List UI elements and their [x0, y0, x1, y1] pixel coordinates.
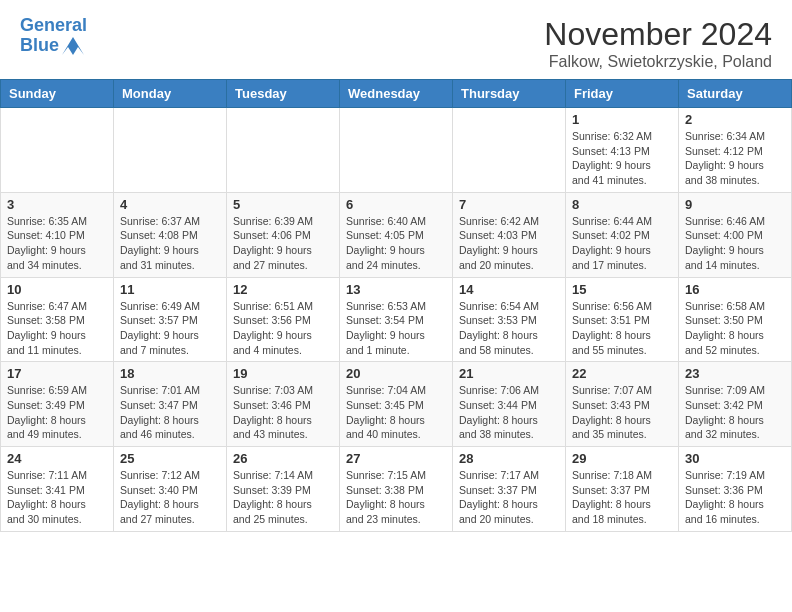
logo-text: General Blue — [20, 16, 87, 56]
day-info: Sunrise: 6:46 AMSunset: 4:00 PMDaylight:… — [685, 214, 785, 273]
calendar-cell: 29Sunrise: 7:18 AMSunset: 3:37 PMDayligh… — [566, 447, 679, 532]
title-block: November 2024 Falkow, Swietokrzyskie, Po… — [544, 16, 772, 71]
day-info: Sunrise: 6:54 AMSunset: 3:53 PMDaylight:… — [459, 299, 559, 358]
day-number: 20 — [346, 366, 446, 381]
col-wednesday: Wednesday — [340, 80, 453, 108]
col-saturday: Saturday — [679, 80, 792, 108]
day-number: 22 — [572, 366, 672, 381]
day-number: 24 — [7, 451, 107, 466]
calendar-cell: 24Sunrise: 7:11 AMSunset: 3:41 PMDayligh… — [1, 447, 114, 532]
day-info: Sunrise: 7:15 AMSunset: 3:38 PMDaylight:… — [346, 468, 446, 527]
day-number: 19 — [233, 366, 333, 381]
col-sunday: Sunday — [1, 80, 114, 108]
calendar-cell: 30Sunrise: 7:19 AMSunset: 3:36 PMDayligh… — [679, 447, 792, 532]
calendar-week-row: 17Sunrise: 6:59 AMSunset: 3:49 PMDayligh… — [1, 362, 792, 447]
day-number: 27 — [346, 451, 446, 466]
calendar-cell: 25Sunrise: 7:12 AMSunset: 3:40 PMDayligh… — [114, 447, 227, 532]
svg-marker-0 — [62, 37, 84, 55]
calendar-week-row: 1Sunrise: 6:32 AMSunset: 4:13 PMDaylight… — [1, 108, 792, 193]
location-subtitle: Falkow, Swietokrzyskie, Poland — [544, 53, 772, 71]
day-number: 10 — [7, 282, 107, 297]
day-info: Sunrise: 6:39 AMSunset: 4:06 PMDaylight:… — [233, 214, 333, 273]
day-info: Sunrise: 7:12 AMSunset: 3:40 PMDaylight:… — [120, 468, 220, 527]
calendar-week-row: 3Sunrise: 6:35 AMSunset: 4:10 PMDaylight… — [1, 192, 792, 277]
day-number: 26 — [233, 451, 333, 466]
day-number: 18 — [120, 366, 220, 381]
day-number: 1 — [572, 112, 672, 127]
calendar-cell: 23Sunrise: 7:09 AMSunset: 3:42 PMDayligh… — [679, 362, 792, 447]
calendar-cell: 16Sunrise: 6:58 AMSunset: 3:50 PMDayligh… — [679, 277, 792, 362]
day-number: 6 — [346, 197, 446, 212]
day-number: 7 — [459, 197, 559, 212]
day-number: 28 — [459, 451, 559, 466]
day-info: Sunrise: 6:47 AMSunset: 3:58 PMDaylight:… — [7, 299, 107, 358]
day-info: Sunrise: 7:17 AMSunset: 3:37 PMDaylight:… — [459, 468, 559, 527]
logo: General Blue — [20, 16, 87, 56]
calendar-cell — [114, 108, 227, 193]
day-number: 9 — [685, 197, 785, 212]
col-friday: Friday — [566, 80, 679, 108]
calendar-cell — [453, 108, 566, 193]
calendar-cell: 22Sunrise: 7:07 AMSunset: 3:43 PMDayligh… — [566, 362, 679, 447]
day-number: 5 — [233, 197, 333, 212]
day-number: 3 — [7, 197, 107, 212]
day-info: Sunrise: 6:58 AMSunset: 3:50 PMDaylight:… — [685, 299, 785, 358]
calendar-cell: 6Sunrise: 6:40 AMSunset: 4:05 PMDaylight… — [340, 192, 453, 277]
logo-general: General — [20, 15, 87, 35]
day-info: Sunrise: 7:14 AMSunset: 3:39 PMDaylight:… — [233, 468, 333, 527]
day-info: Sunrise: 7:06 AMSunset: 3:44 PMDaylight:… — [459, 383, 559, 442]
day-info: Sunrise: 6:32 AMSunset: 4:13 PMDaylight:… — [572, 129, 672, 188]
day-info: Sunrise: 7:07 AMSunset: 3:43 PMDaylight:… — [572, 383, 672, 442]
calendar-cell: 10Sunrise: 6:47 AMSunset: 3:58 PMDayligh… — [1, 277, 114, 362]
calendar-cell: 11Sunrise: 6:49 AMSunset: 3:57 PMDayligh… — [114, 277, 227, 362]
day-number: 2 — [685, 112, 785, 127]
day-info: Sunrise: 6:51 AMSunset: 3:56 PMDaylight:… — [233, 299, 333, 358]
page-header: General Blue November 2024 Falkow, Swiet… — [0, 0, 792, 79]
day-info: Sunrise: 7:04 AMSunset: 3:45 PMDaylight:… — [346, 383, 446, 442]
day-info: Sunrise: 6:34 AMSunset: 4:12 PMDaylight:… — [685, 129, 785, 188]
calendar-cell: 20Sunrise: 7:04 AMSunset: 3:45 PMDayligh… — [340, 362, 453, 447]
day-info: Sunrise: 6:49 AMSunset: 3:57 PMDaylight:… — [120, 299, 220, 358]
calendar-cell: 13Sunrise: 6:53 AMSunset: 3:54 PMDayligh… — [340, 277, 453, 362]
calendar-header-row: Sunday Monday Tuesday Wednesday Thursday… — [1, 80, 792, 108]
day-info: Sunrise: 6:42 AMSunset: 4:03 PMDaylight:… — [459, 214, 559, 273]
calendar-cell: 19Sunrise: 7:03 AMSunset: 3:46 PMDayligh… — [227, 362, 340, 447]
day-info: Sunrise: 6:35 AMSunset: 4:10 PMDaylight:… — [7, 214, 107, 273]
logo-icon — [62, 37, 84, 55]
day-number: 12 — [233, 282, 333, 297]
day-number: 4 — [120, 197, 220, 212]
calendar-cell: 21Sunrise: 7:06 AMSunset: 3:44 PMDayligh… — [453, 362, 566, 447]
calendar-cell: 4Sunrise: 6:37 AMSunset: 4:08 PMDaylight… — [114, 192, 227, 277]
day-number: 21 — [459, 366, 559, 381]
calendar-cell: 15Sunrise: 6:56 AMSunset: 3:51 PMDayligh… — [566, 277, 679, 362]
calendar-cell: 28Sunrise: 7:17 AMSunset: 3:37 PMDayligh… — [453, 447, 566, 532]
calendar-cell: 8Sunrise: 6:44 AMSunset: 4:02 PMDaylight… — [566, 192, 679, 277]
day-number: 23 — [685, 366, 785, 381]
day-info: Sunrise: 7:09 AMSunset: 3:42 PMDaylight:… — [685, 383, 785, 442]
calendar-week-row: 10Sunrise: 6:47 AMSunset: 3:58 PMDayligh… — [1, 277, 792, 362]
day-info: Sunrise: 6:37 AMSunset: 4:08 PMDaylight:… — [120, 214, 220, 273]
month-title: November 2024 — [544, 16, 772, 53]
day-number: 11 — [120, 282, 220, 297]
day-number: 30 — [685, 451, 785, 466]
calendar-cell — [227, 108, 340, 193]
calendar-cell: 17Sunrise: 6:59 AMSunset: 3:49 PMDayligh… — [1, 362, 114, 447]
day-number: 8 — [572, 197, 672, 212]
col-monday: Monday — [114, 80, 227, 108]
col-tuesday: Tuesday — [227, 80, 340, 108]
calendar-cell: 2Sunrise: 6:34 AMSunset: 4:12 PMDaylight… — [679, 108, 792, 193]
calendar-table: Sunday Monday Tuesday Wednesday Thursday… — [0, 79, 792, 532]
calendar-cell: 18Sunrise: 7:01 AMSunset: 3:47 PMDayligh… — [114, 362, 227, 447]
calendar-cell: 12Sunrise: 6:51 AMSunset: 3:56 PMDayligh… — [227, 277, 340, 362]
calendar-cell: 14Sunrise: 6:54 AMSunset: 3:53 PMDayligh… — [453, 277, 566, 362]
col-thursday: Thursday — [453, 80, 566, 108]
day-info: Sunrise: 7:01 AMSunset: 3:47 PMDaylight:… — [120, 383, 220, 442]
day-info: Sunrise: 6:53 AMSunset: 3:54 PMDaylight:… — [346, 299, 446, 358]
calendar-cell: 1Sunrise: 6:32 AMSunset: 4:13 PMDaylight… — [566, 108, 679, 193]
day-info: Sunrise: 7:19 AMSunset: 3:36 PMDaylight:… — [685, 468, 785, 527]
calendar-week-row: 24Sunrise: 7:11 AMSunset: 3:41 PMDayligh… — [1, 447, 792, 532]
day-number: 25 — [120, 451, 220, 466]
logo-blue: Blue — [20, 36, 87, 56]
day-info: Sunrise: 7:11 AMSunset: 3:41 PMDaylight:… — [7, 468, 107, 527]
day-info: Sunrise: 6:59 AMSunset: 3:49 PMDaylight:… — [7, 383, 107, 442]
